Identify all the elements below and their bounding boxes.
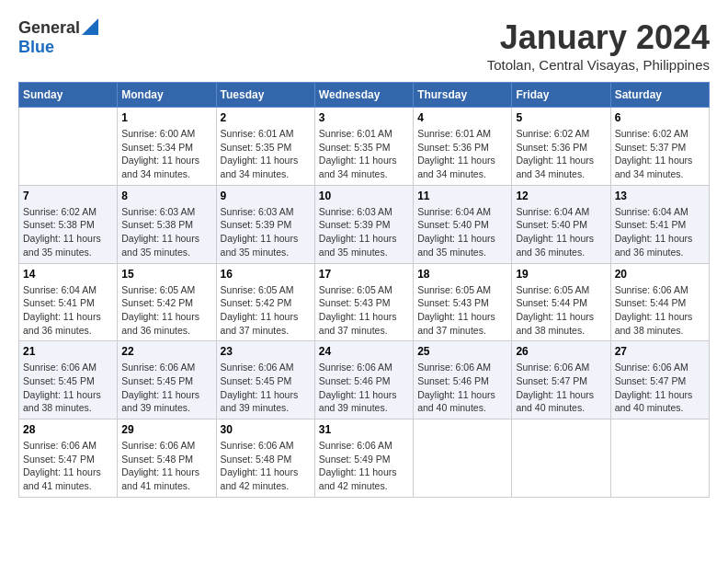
day-header-saturday: Saturday: [610, 83, 709, 108]
day-info: Sunrise: 6:03 AMSunset: 5:39 PMDaylight:…: [319, 205, 409, 259]
day-number: 1: [121, 111, 211, 124]
day-header-tuesday: Tuesday: [216, 83, 314, 108]
day-info: Sunrise: 6:01 AMSunset: 5:35 PMDaylight:…: [319, 127, 409, 181]
day-info: Sunrise: 6:06 AMSunset: 5:47 PMDaylight:…: [615, 361, 705, 415]
day-header-monday: Monday: [118, 83, 216, 108]
calendar-cell: 4Sunrise: 6:01 AMSunset: 5:36 PMDaylight…: [414, 108, 512, 186]
day-number: 24: [319, 345, 409, 358]
calendar-header-row: SundayMondayTuesdayWednesdayThursdayFrid…: [19, 83, 710, 108]
calendar-cell: 6Sunrise: 6:02 AMSunset: 5:37 PMDaylight…: [610, 108, 709, 186]
day-info: Sunrise: 6:03 AMSunset: 5:38 PMDaylight:…: [121, 205, 211, 259]
day-number: 16: [221, 268, 311, 281]
calendar-cell: 13Sunrise: 6:04 AMSunset: 5:41 PMDayligh…: [610, 185, 709, 263]
day-info: Sunrise: 6:06 AMSunset: 5:46 PMDaylight:…: [417, 361, 507, 415]
calendar-week-row: 28Sunrise: 6:06 AMSunset: 5:47 PMDayligh…: [19, 419, 710, 498]
day-header-thursday: Thursday: [414, 83, 512, 108]
day-number: 21: [23, 345, 113, 358]
day-number: 2: [221, 111, 311, 124]
day-info: Sunrise: 6:06 AMSunset: 5:45 PMDaylight:…: [23, 361, 113, 415]
logo: General Blue: [18, 18, 98, 57]
calendar-cell: 12Sunrise: 6:04 AMSunset: 5:40 PMDayligh…: [512, 185, 610, 263]
calendar-cell: 9Sunrise: 6:03 AMSunset: 5:39 PMDaylight…: [216, 185, 314, 263]
day-number: 22: [121, 345, 211, 358]
calendar-cell: 22Sunrise: 6:06 AMSunset: 5:45 PMDayligh…: [118, 341, 216, 419]
day-info: Sunrise: 6:05 AMSunset: 5:44 PMDaylight:…: [516, 283, 606, 338]
day-number: 12: [516, 190, 606, 202]
day-info: Sunrise: 6:05 AMSunset: 5:42 PMDaylight:…: [121, 283, 211, 338]
calendar-cell: [610, 419, 709, 498]
title-block: January 2024 Totolan, Central Visayas, P…: [487, 18, 710, 73]
logo-general: General: [18, 18, 80, 38]
day-number: 17: [319, 268, 409, 281]
calendar-cell: 20Sunrise: 6:06 AMSunset: 5:44 PMDayligh…: [610, 263, 709, 341]
day-info: Sunrise: 6:06 AMSunset: 5:48 PMDaylight:…: [121, 439, 211, 493]
calendar-week-row: 14Sunrise: 6:04 AMSunset: 5:41 PMDayligh…: [19, 263, 710, 341]
calendar-cell: [414, 419, 512, 498]
page-header: General Blue January 2024 Totolan, Centr…: [18, 18, 710, 73]
calendar-cell: [512, 419, 610, 498]
day-info: Sunrise: 6:04 AMSunset: 5:40 PMDaylight:…: [516, 205, 606, 259]
location: Totolan, Central Visayas, Philippines: [487, 57, 710, 73]
logo-blue: Blue: [18, 38, 98, 57]
day-number: 29: [121, 423, 211, 436]
day-info: Sunrise: 6:02 AMSunset: 5:38 PMDaylight:…: [23, 205, 113, 259]
day-info: Sunrise: 6:05 AMSunset: 5:43 PMDaylight:…: [319, 283, 409, 338]
day-info: Sunrise: 6:05 AMSunset: 5:43 PMDaylight:…: [417, 283, 507, 338]
day-info: Sunrise: 6:03 AMSunset: 5:39 PMDaylight:…: [221, 205, 311, 259]
calendar-cell: 30Sunrise: 6:06 AMSunset: 5:48 PMDayligh…: [216, 419, 314, 498]
day-info: Sunrise: 6:04 AMSunset: 5:40 PMDaylight:…: [417, 205, 507, 259]
calendar-cell: 17Sunrise: 6:05 AMSunset: 5:43 PMDayligh…: [314, 263, 413, 341]
calendar-cell: 18Sunrise: 6:05 AMSunset: 5:43 PMDayligh…: [414, 263, 512, 341]
day-info: Sunrise: 6:06 AMSunset: 5:44 PMDaylight:…: [615, 283, 705, 338]
day-info: Sunrise: 6:06 AMSunset: 5:45 PMDaylight:…: [221, 361, 311, 415]
day-number: 27: [615, 345, 705, 358]
day-number: 15: [121, 268, 211, 281]
calendar-cell: [19, 108, 118, 186]
day-info: Sunrise: 6:06 AMSunset: 5:49 PMDaylight:…: [319, 439, 409, 493]
calendar-cell: 23Sunrise: 6:06 AMSunset: 5:45 PMDayligh…: [216, 341, 314, 419]
day-number: 18: [417, 268, 507, 281]
day-number: 7: [23, 190, 113, 202]
day-number: 23: [221, 345, 311, 358]
calendar-cell: 14Sunrise: 6:04 AMSunset: 5:41 PMDayligh…: [19, 263, 118, 341]
day-number: 19: [516, 268, 606, 281]
calendar-cell: 27Sunrise: 6:06 AMSunset: 5:47 PMDayligh…: [610, 341, 709, 419]
svg-marker-0: [82, 18, 98, 35]
day-number: 31: [319, 423, 409, 436]
day-number: 11: [417, 190, 507, 202]
calendar-cell: 8Sunrise: 6:03 AMSunset: 5:38 PMDaylight…: [118, 185, 216, 263]
calendar-cell: 3Sunrise: 6:01 AMSunset: 5:35 PMDaylight…: [314, 108, 413, 186]
calendar-cell: 24Sunrise: 6:06 AMSunset: 5:46 PMDayligh…: [314, 341, 413, 419]
calendar-week-row: 1Sunrise: 6:00 AMSunset: 5:34 PMDaylight…: [19, 108, 710, 186]
calendar-cell: 15Sunrise: 6:05 AMSunset: 5:42 PMDayligh…: [118, 263, 216, 341]
calendar-cell: 31Sunrise: 6:06 AMSunset: 5:49 PMDayligh…: [314, 419, 413, 498]
day-number: 5: [516, 111, 606, 124]
calendar-cell: 11Sunrise: 6:04 AMSunset: 5:40 PMDayligh…: [414, 185, 512, 263]
calendar-cell: 19Sunrise: 6:05 AMSunset: 5:44 PMDayligh…: [512, 263, 610, 341]
day-info: Sunrise: 6:06 AMSunset: 5:47 PMDaylight:…: [516, 361, 606, 415]
day-number: 4: [417, 111, 507, 124]
day-number: 26: [516, 345, 606, 358]
day-number: 28: [23, 423, 113, 436]
day-number: 30: [221, 423, 311, 436]
month-title: January 2024: [487, 18, 710, 57]
day-info: Sunrise: 6:04 AMSunset: 5:41 PMDaylight:…: [23, 283, 113, 338]
day-number: 13: [615, 190, 705, 202]
day-info: Sunrise: 6:02 AMSunset: 5:36 PMDaylight:…: [516, 127, 606, 181]
day-number: 20: [615, 268, 705, 281]
day-info: Sunrise: 6:01 AMSunset: 5:35 PMDaylight:…: [221, 127, 311, 181]
day-number: 25: [417, 345, 507, 358]
calendar-week-row: 7Sunrise: 6:02 AMSunset: 5:38 PMDaylight…: [19, 185, 710, 263]
calendar-cell: 25Sunrise: 6:06 AMSunset: 5:46 PMDayligh…: [414, 341, 512, 419]
calendar-cell: 1Sunrise: 6:00 AMSunset: 5:34 PMDaylight…: [118, 108, 216, 186]
day-info: Sunrise: 6:04 AMSunset: 5:41 PMDaylight:…: [615, 205, 705, 259]
day-number: 3: [319, 111, 409, 124]
day-info: Sunrise: 6:06 AMSunset: 5:47 PMDaylight:…: [23, 439, 113, 493]
calendar-cell: 5Sunrise: 6:02 AMSunset: 5:36 PMDaylight…: [512, 108, 610, 186]
day-info: Sunrise: 6:00 AMSunset: 5:34 PMDaylight:…: [121, 127, 211, 181]
calendar-cell: 28Sunrise: 6:06 AMSunset: 5:47 PMDayligh…: [19, 419, 118, 498]
calendar-cell: 26Sunrise: 6:06 AMSunset: 5:47 PMDayligh…: [512, 341, 610, 419]
calendar-cell: 16Sunrise: 6:05 AMSunset: 5:42 PMDayligh…: [216, 263, 314, 341]
calendar-cell: 7Sunrise: 6:02 AMSunset: 5:38 PMDaylight…: [19, 185, 118, 263]
day-info: Sunrise: 6:01 AMSunset: 5:36 PMDaylight:…: [417, 127, 507, 181]
